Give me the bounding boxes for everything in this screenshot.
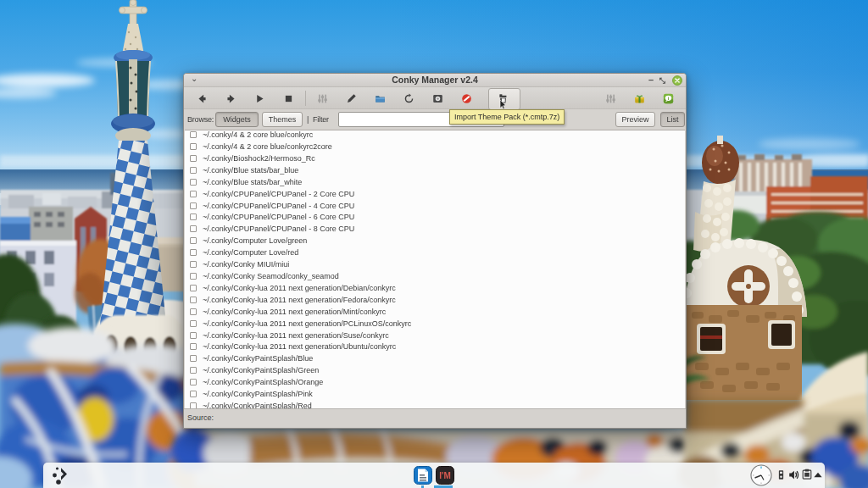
svg-text:I'M: I'M [439, 471, 451, 480]
